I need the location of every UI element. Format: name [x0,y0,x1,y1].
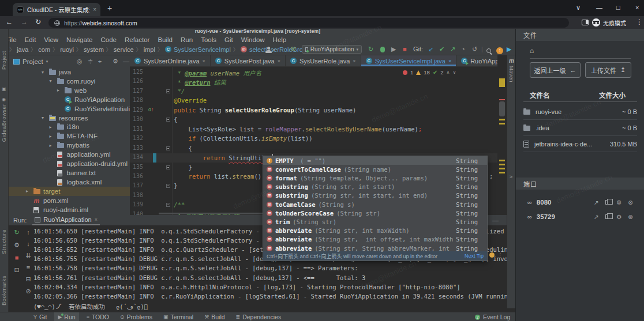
menu-code[interactable]: Code [96,36,121,43]
stop-icon[interactable]: ■ [403,46,407,52]
window-minimize-icon[interactable]: — [596,4,602,11]
tree-item-ruoyi-admin.iml[interactable]: ruoyi-admin.iml [9,205,130,214]
project-panel-header[interactable]: Project ▾ [9,55,130,67]
file-row-ruoyi-vue[interactable]: ruoyi-vue~ 0 B [523,104,637,120]
menu-view[interactable]: View [40,36,62,43]
completion-item-abbreviate[interactable]: mabbreviate(String str, int maxWidth)Str… [263,226,487,235]
tree-item-java[interactable]: ▾java [9,67,130,77]
completion-item-EMPTY[interactable]: fEMPTY ( = "")String [263,156,487,165]
tree-item-com.ruoyi[interactable]: ▾com.ruoyi [9,77,130,86]
menu-help[interactable]: Help [269,36,291,43]
statusbar-dependencies[interactable]: ≣Dependencies [233,312,285,321]
search-icon[interactable] [486,47,491,54]
menu-build[interactable]: Build [153,36,177,43]
upload-file-button[interactable]: 上传文件 ↥ [585,62,631,78]
tree-item-application-druid.yml[interactable]: application-druid.yml [9,159,130,168]
tree-expanded-icon[interactable]: ▾ [42,115,44,120]
menu-git[interactable]: Git [220,36,237,43]
completion-item-abbreviate[interactable]: mabbreviate(String str, String abbrevMar… [263,244,487,252]
git-push-icon[interactable]: ↗ [450,46,455,53]
completion-item-trim[interactable]: mtrim(String str)String [263,217,487,226]
editor-hscrollbar[interactable] [159,213,276,214]
url-text[interactable]: https://webide.sinosoft.com [64,20,137,27]
restore-layout-icon[interactable]: ⊡ [12,266,21,274]
forward-icon[interactable]: → [21,18,28,26]
tree-collapsed-icon[interactable]: ▸ [50,134,52,139]
tree-collapsed-icon[interactable]: ▸ [26,188,28,194]
editor-tab-SysUserPost.java[interactable]: CSysUserPost.java× [211,55,286,66]
maven-tool-stripe[interactable]: m Maven > [507,55,515,308]
user-icon[interactable] [265,47,272,53]
tree-item-RuoYiServletInitializer[interactable]: CRuoYiServletInitializer [9,104,130,114]
stripe-structure-label[interactable]: Structure [1,229,7,254]
code-line-128[interactable]: 128 @Override [130,96,507,105]
breadcrumb-segment[interactable]: system [84,46,104,53]
tree-item-mybatis[interactable]: ▸mybatis [9,141,130,150]
tree-item-logback.xml[interactable]: logback.xml [9,178,130,187]
up-stack-icon[interactable]: ↑ [24,229,33,236]
override-gutter-icon[interactable]: o↑ [148,107,154,112]
menu-run[interactable]: Run [177,36,197,43]
stripe-thumb[interactable] [499,101,505,116]
completion-item-format[interactable]: mformat(String template, Object... param… [263,173,487,182]
window-close-icon[interactable]: × [635,4,639,11]
collapse-all-icon[interactable]: ÷ [98,58,102,65]
next-tip-link[interactable]: Next Tip [465,253,484,259]
new-tab-button[interactable]: + [107,3,112,13]
code-line-127[interactable]: 127 */ [130,87,507,96]
run-config-combo[interactable]: RuoYiApplication ▾ [302,45,362,54]
gear-icon[interactable]: ⚙ [616,213,621,220]
history-icon[interactable]: ◔ [461,46,465,52]
code-line-131[interactable]: 131 List<SysRole> list = roleMapper.sele… [130,125,507,134]
statusbar-git[interactable]: YGit [30,312,50,321]
statusbar-problems[interactable]: ⊙Problems [117,312,156,321]
print-icon[interactable]: ⊟ [24,275,33,283]
event-log-button[interactable]: 2 Event Log [475,312,510,321]
stripe-project-label[interactable]: Project [1,51,7,70]
address-bar[interactable]: https://webide.sinosoft.com [48,18,569,28]
close-icon[interactable]: × [203,58,205,64]
breadcrumb-segment[interactable]: impl [144,46,155,53]
port-row-8080[interactable]: ∞8080↗⚙⊗ [527,196,633,209]
editor-tab-SysUserServiceImpl.java[interactable]: CSysUserServiceImpl.java× [361,55,457,66]
completion-item-toUnderScoreCase[interactable]: mtoUnderScoreCase(String str)String [263,209,487,217]
code-line-132[interactable]: 132 if (CollectionUtils.isEmpty(list)) [130,134,507,143]
side-panel-icon[interactable] [582,20,589,25]
run-tab[interactable]: RuoYiApplication × [32,215,100,225]
stop-icon[interactable]: ■ [12,254,21,261]
close-icon[interactable]: × [353,58,355,64]
hide-panel-icon[interactable]: — [492,217,499,224]
tree-expanded-icon[interactable]: ▾ [50,78,52,84]
tree-item-i18n[interactable]: ▸i18n [9,122,130,131]
chevron-down-icon[interactable]: ▾ [46,59,48,64]
port-row-35729[interactable]: ∞35729↗⚙⊗ [527,210,633,223]
tree-item-META-INF[interactable]: ▸META-INF [9,131,130,141]
plugin-play-icon[interactable]: ▶ [507,46,511,53]
user-dropdown-icon[interactable]: ▾ [273,48,275,52]
gear-icon[interactable]: ⚙ [113,58,118,65]
breadcrumb-segment[interactable]: service [114,46,134,53]
tree-item-pom.xml[interactable]: mpom.xml [9,196,130,205]
git-commit-icon[interactable]: ✔ [439,46,444,53]
close-icon[interactable]: × [278,58,280,64]
back-parent-button[interactable]: 返回上一级 ← [530,62,581,78]
breadcrumb-segment[interactable]: java [17,46,28,53]
window-maximize-icon[interactable]: □ [616,4,620,11]
menu-tools[interactable]: Tools [197,36,220,43]
run-icon[interactable]: ↻ [368,46,373,53]
git-update-icon[interactable]: ↙ [428,46,433,53]
completion-item-substring[interactable]: msubstring(String str, int start, int en… [263,191,487,200]
close-icon[interactable]: × [95,217,98,222]
tree-expanded-icon[interactable]: ▾ [42,70,44,75]
reload-icon[interactable]: ↻ [35,18,41,26]
site-info-icon[interactable] [54,20,60,26]
open-external-icon[interactable]: ↗ [594,213,599,220]
code-line-129[interactable]: 129o↑ public String selectUserRoleGroup(… [130,106,507,115]
open-external-icon[interactable]: ↗ [594,199,599,206]
breadcrumb-segment[interactable]: com [38,46,50,53]
completion-item-abbreviate[interactable]: mabbreviate(String str, int offset, int … [263,235,487,244]
tree-collapsed-icon[interactable]: ▸ [50,143,52,148]
breadcrumb-method[interactable]: mselectUserRoleGroup [241,46,310,53]
breadcrumb-segment[interactable]: ruoyi [60,46,74,53]
rollback-icon[interactable]: ↺ [472,46,477,53]
